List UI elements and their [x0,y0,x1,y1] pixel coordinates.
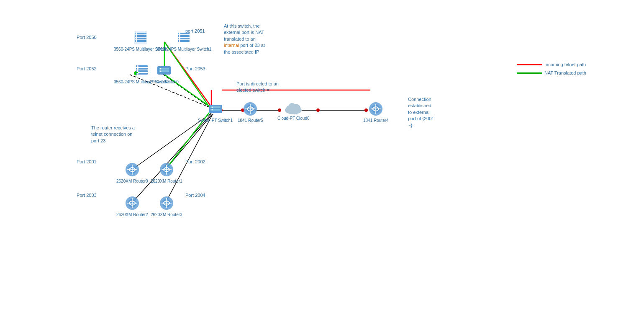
port-2004-label: Port 2004 [185,193,205,198]
node-router5-label: 1841 Router5 [238,118,263,123]
switch-pt-icon [207,101,224,117]
connections-svg [0,0,644,320]
node-router1-label: 2620XM Router1 [151,179,182,183]
router5-icon [242,101,259,117]
port-2051-label: port 2051 [185,28,205,34]
legend-incoming-line [517,64,542,65]
legend-incoming-label: Incoming telnet path [544,62,586,67]
router4-icon [367,101,384,117]
svg-point-33 [136,38,137,39]
legend-nat-label: NAT Translated path [544,70,586,75]
node-switch0[interactable]: 2950-2 Switch0 [150,62,179,84]
node-router2[interactable]: 2620XM Router2 [116,195,148,217]
svg-point-41 [179,38,180,39]
switch0-icon [156,62,172,79]
annotation-elected-switch: Port is directed to an elected switch = [236,81,279,94]
node-switch0-label: 2950-2 Switch0 [150,80,179,84]
multilayer-switch2-icon [133,62,150,79]
svg-point-32 [136,35,137,37]
node-router4[interactable]: 1841 Router4 [363,101,389,123]
port-2052-label: Port 2052 [77,66,97,71]
node-router4-label: 1841 Router4 [363,118,389,123]
svg-point-60 [211,109,213,111]
svg-point-47 [137,65,139,67]
node-ml-switch1-label: 3560-24PS Multilayer Switch1 [156,47,211,52]
svg-point-40 [179,35,180,37]
diagram-canvas: 3560-24PS Multilayer Switch 3560-24PS Mu… [0,0,644,320]
port-2050-label: Port 2050 [77,35,97,40]
svg-point-54 [160,68,162,70]
router1-icon [158,161,175,178]
svg-line-2 [132,114,211,203]
svg-point-39 [179,33,180,34]
port-2053-label: Port 2053 [185,66,205,71]
svg-line-3 [165,114,213,203]
node-router3[interactable]: 2620XM Router3 [151,195,182,217]
svg-point-42 [179,40,180,42]
svg-point-68 [289,103,295,109]
router2-icon [124,195,141,212]
node-cloud0[interactable]: Cloud-PT Cloud0 [277,98,310,121]
legend-incoming: Incoming telnet path [517,62,586,67]
svg-point-59 [211,107,213,108]
port-2002-label: Port 2002 [185,159,205,164]
node-switch-pt-label: Switch-PT Switch1 [198,118,233,123]
svg-point-31 [136,33,137,34]
svg-point-48 [137,68,139,70]
annotation-connection-established: Connection established to external port … [408,96,434,129]
multilayer-switch0-icon [132,29,149,46]
node-router5[interactable]: 1841 Router5 [238,101,263,123]
svg-point-49 [137,70,139,72]
svg-point-50 [137,73,139,75]
node-router0-label: 2620XM Router0 [116,179,148,183]
legend-nat-line [517,72,542,74]
port-2001-label: Port 2001 [77,159,97,164]
router3-icon [158,195,175,212]
legend-nat: NAT Translated path [517,70,586,75]
node-router0[interactable]: 2620XM Router0 [116,161,148,183]
port-2003-label: Port 2003 [77,193,97,198]
node-router1[interactable]: 2620XM Router1 [151,161,182,183]
node-router2-label: 2620XM Router2 [116,212,148,217]
annotation-telnet-connection: The router receives a telnet connection … [91,125,135,144]
cloud0-icon [283,98,304,115]
svg-point-18 [316,108,320,112]
node-switch-pt[interactable]: Switch-PT Switch1 [198,101,233,123]
node-cloud0-label: Cloud-PT Cloud0 [277,116,310,121]
annotation-nat-switch: At this switch, the external port is NAT… [224,23,265,55]
svg-point-34 [136,40,137,42]
svg-point-55 [160,71,162,72]
node-router3-label: 2620XM Router3 [151,212,182,217]
router0-icon [124,161,141,178]
